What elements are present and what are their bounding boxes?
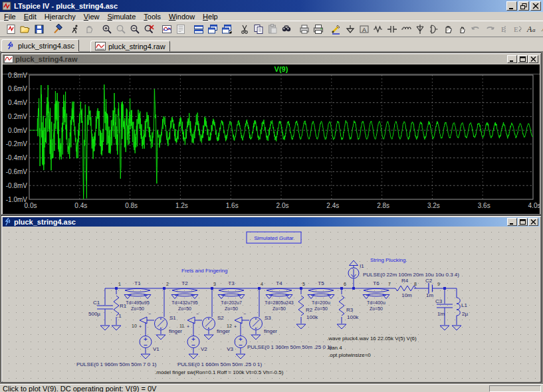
zoom-area-button[interactable] <box>114 22 128 36</box>
net-label-button[interactable]: A <box>357 22 371 36</box>
waveform-plot-area[interactable]: V(9)0.8mV0.6mV0.4mV0.2mV0.0mV-0.2mV-0.4m… <box>3 64 540 214</box>
run-icon <box>70 24 80 35</box>
menu-file[interactable]: File <box>0 13 20 21</box>
rotate-button[interactable]: E <box>510 22 524 36</box>
zoom-out-button[interactable] <box>128 22 142 36</box>
node-label: 5 <box>302 282 305 286</box>
waveform-window-titlebar[interactable]: pluck_string4.raw <box>3 54 540 64</box>
tline-name: T1 <box>134 280 141 286</box>
menu-window[interactable]: Window <box>165 13 199 21</box>
app-icon <box>2 1 11 11</box>
ground-icon <box>251 335 261 340</box>
cascade-windows-button[interactable] <box>205 22 219 36</box>
text-button[interactable]: Aa <box>524 22 538 36</box>
maximize-button[interactable] <box>518 55 528 63</box>
ground-icon <box>141 354 150 359</box>
menu-hierarchy[interactable]: Hierarchy <box>41 13 80 21</box>
menu-tools[interactable]: Tools <box>140 13 165 21</box>
cascade-windows-2-button[interactable] <box>219 22 233 36</box>
print-preview-button[interactable] <box>297 22 311 36</box>
component-button[interactable] <box>427 22 441 36</box>
x-axis-label: 2.8s <box>377 202 389 209</box>
netlist-button[interactable] <box>173 22 187 36</box>
menu-view[interactable]: View <box>80 13 104 21</box>
minimize-button[interactable] <box>507 55 517 63</box>
resistor-symbol <box>339 296 344 316</box>
inductor-icon <box>401 24 411 35</box>
netlist-icon <box>175 24 186 35</box>
cascade-windows-2-icon <box>221 24 232 35</box>
resistor-button[interactable] <box>371 22 385 36</box>
close-button[interactable] <box>528 55 538 63</box>
switch-name: S3 <box>265 315 271 321</box>
comment-frets: Frets and Fingering <box>181 268 227 274</box>
zoom-in-button[interactable] <box>100 22 114 36</box>
tab-pluck-string4-raw[interactable]: pluck_string4.raw <box>90 41 170 52</box>
cut-button[interactable] <box>237 22 251 36</box>
print-preview-icon <box>299 24 310 35</box>
status-panel <box>489 385 541 392</box>
paste-button[interactable] <box>265 22 279 36</box>
wire-icon <box>331 24 342 35</box>
trace-label[interactable]: V(9) <box>274 65 288 73</box>
ground-button[interactable] <box>343 22 357 36</box>
zoom-full-icon <box>144 24 154 35</box>
menu-edit[interactable]: Edit <box>20 13 41 21</box>
close-button[interactable] <box>530 1 541 11</box>
y-axis-label: 0.4mV <box>8 99 27 106</box>
spice-directive-icon: .op <box>540 24 543 35</box>
y-axis-label: -0.2mV <box>6 140 28 147</box>
save-button[interactable] <box>32 22 46 36</box>
find-button[interactable] <box>279 22 293 36</box>
minimize-button[interactable] <box>506 1 517 11</box>
diode-button[interactable] <box>413 22 427 36</box>
print-button[interactable] <box>311 22 325 36</box>
find-icon <box>281 24 292 35</box>
new-schematic-button[interactable] <box>4 22 18 36</box>
zoom-full-button[interactable] <box>142 22 156 36</box>
ground-icon <box>296 324 306 329</box>
inductor-button[interactable] <box>399 22 413 36</box>
net-label: 11 <box>179 324 184 328</box>
tline-name: T2 <box>181 280 188 286</box>
halt-button[interactable] <box>82 22 96 36</box>
schematic-doc-icon <box>6 41 15 50</box>
schematic-text: − <box>148 312 151 316</box>
switch-model: finger <box>264 328 277 334</box>
minimize-button[interactable] <box>507 218 517 226</box>
schematic-window-titlebar[interactable]: pluck_string4.asc <box>3 217 540 227</box>
node-label: 8 <box>414 282 417 286</box>
svg-text:a: a <box>532 27 536 33</box>
paste-icon <box>267 24 278 35</box>
capacitor-button[interactable] <box>385 22 399 36</box>
menu-simulate[interactable]: Simulate <box>103 13 140 21</box>
x-axis-label: 1.2s <box>175 202 188 209</box>
schematic-canvas[interactable]: 123456789T1Td=495u95Zo=50T2Td=432u795Zo=… <box>3 227 540 382</box>
restore-button[interactable] <box>518 1 529 11</box>
wire-button[interactable] <box>329 22 343 36</box>
open-file-button[interactable] <box>18 22 32 36</box>
res-value: 100k <box>306 314 318 320</box>
node-label: 6 <box>344 282 346 286</box>
tab-pluck-string4-asc[interactable]: pluck_string4.asc <box>1 39 79 52</box>
x-axis-label: 0.0s <box>25 202 37 209</box>
drag-button[interactable] <box>455 22 469 36</box>
waveform-doc-icon <box>95 42 106 50</box>
menu-help[interactable]: Help <box>199 13 222 21</box>
undo-button[interactable] <box>469 22 483 36</box>
vsource-name: V3 <box>227 346 233 352</box>
waveform-viewer-button[interactable] <box>160 22 173 36</box>
cap-name: C2 <box>425 278 433 284</box>
move-button[interactable] <box>441 22 455 36</box>
mirror-button[interactable]: E <box>496 22 510 36</box>
tile-windows-button[interactable] <box>191 22 205 36</box>
spice-directive-button[interactable]: .op <box>538 22 543 36</box>
tline-td: Td=2805u243 <box>265 300 294 305</box>
run-button[interactable] <box>68 22 82 36</box>
redo-button[interactable] <box>483 22 496 36</box>
copy-button[interactable] <box>251 22 265 36</box>
maximize-button[interactable] <box>518 218 528 226</box>
control-panel-button[interactable] <box>50 22 64 36</box>
close-button[interactable] <box>528 218 538 226</box>
window-title: LTspice IV - pluck_string4.asc <box>14 2 118 10</box>
